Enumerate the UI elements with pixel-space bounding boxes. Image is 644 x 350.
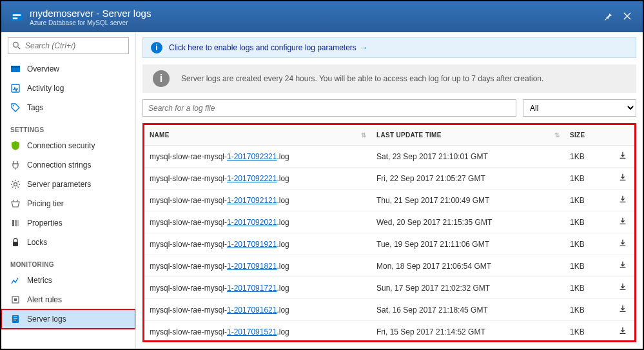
download-icon[interactable] <box>618 284 627 293</box>
sidebar-item-locks[interactable]: Locks <box>1 233 135 252</box>
log-name-cell: mysql-slow-rae-mysql-1-2017092121.log <box>144 190 371 211</box>
col-time[interactable]: LAST UPDATE TIME⇅ <box>371 125 565 146</box>
mysql-icon <box>10 10 23 23</box>
gear-icon <box>10 179 21 190</box>
sidebar-search-input[interactable] <box>25 41 124 50</box>
arrow-right-icon: → <box>360 43 368 52</box>
sidebar-item-label: Connection security <box>27 141 95 150</box>
info-strip-text: Server logs are created every 24 hours. … <box>181 74 543 83</box>
col-name[interactable]: NAME⇅ <box>144 125 371 146</box>
sidebar-item-pricing-tier[interactable]: Pricing tier <box>1 194 135 213</box>
log-size-cell: 1KB <box>565 277 611 299</box>
sidebar-item-label: Overview <box>27 64 59 73</box>
download-icon[interactable] <box>618 197 627 206</box>
section-monitoring: MONITORING <box>1 252 135 271</box>
log-time-cell: Sat, 16 Sep 2017 21:18:45 GMT <box>371 299 565 321</box>
log-filter-dropdown[interactable]: All <box>523 99 636 117</box>
sidebar: OverviewActivity logTags SETTINGS Connec… <box>1 32 136 349</box>
table-row: mysql-slow-rae-mysql-1-2017091721.logSun… <box>144 277 634 299</box>
main-panel: i Click here to enable logs and configur… <box>136 32 643 349</box>
metrics-icon <box>10 275 21 286</box>
log-link[interactable]: 1-2017092321 <box>227 152 277 161</box>
logs-icon <box>10 314 21 324</box>
log-link[interactable]: 1-2017091921 <box>227 240 277 249</box>
log-time-cell: Sun, 17 Sep 2017 21:02:32 GMT <box>371 277 565 299</box>
log-time-cell: Thu, 21 Sep 2017 21:00:49 GMT <box>371 190 565 211</box>
download-icon[interactable] <box>618 306 627 315</box>
table-row: mysql-slow-rae-mysql-1-2017092121.logThu… <box>144 190 634 211</box>
table-row: mysql-slow-rae-mysql-1-2017092021.logWed… <box>144 211 634 233</box>
log-time-cell: Sat, 23 Sep 2017 21:10:01 GMT <box>371 146 565 168</box>
log-time-cell: Mon, 18 Sep 2017 21:06:54 GMT <box>371 255 565 277</box>
table-row: mysql-slow-rae-mysql-1-2017091521.logFri… <box>144 321 634 343</box>
activity-icon <box>10 83 21 93</box>
log-size-cell: 1KB <box>565 146 611 168</box>
alert-icon <box>10 295 21 305</box>
svg-rect-1 <box>13 14 21 16</box>
close-icon[interactable] <box>621 12 634 22</box>
shield-icon <box>10 141 21 151</box>
overview-icon <box>10 64 21 74</box>
log-name-cell: mysql-slow-rae-mysql-1-2017091521.log <box>144 321 371 343</box>
log-link[interactable]: 1-2017091821 <box>227 262 277 271</box>
logs-table: NAME⇅ LAST UPDATE TIME⇅ SIZE mysql-slow-… <box>144 125 634 342</box>
enable-logs-notice[interactable]: i Click here to enable logs and configur… <box>142 37 636 58</box>
log-name-cell: mysql-slow-rae-mysql-1-2017091721.log <box>144 277 371 299</box>
download-icon[interactable] <box>618 262 627 271</box>
table-row: mysql-slow-rae-mysql-1-2017091821.logMon… <box>144 255 634 277</box>
sidebar-item-label: Alert rules <box>27 295 62 304</box>
plug-icon <box>10 160 21 170</box>
log-link[interactable]: 1-2017092121 <box>227 196 277 205</box>
sidebar-item-server-parameters[interactable]: Server parameters <box>1 175 135 194</box>
log-link[interactable]: 1-2017091721 <box>227 284 277 293</box>
sidebar-item-metrics[interactable]: Metrics <box>1 271 135 290</box>
log-link[interactable]: 1-2017092221 <box>227 174 277 183</box>
sidebar-item-label: Properties <box>27 219 63 228</box>
log-link[interactable]: 1-2017092021 <box>227 218 277 227</box>
blade-header: mydemoserver - Server logs Azure Databas… <box>1 1 643 32</box>
sidebar-item-activity-log[interactable]: Activity log <box>1 79 135 98</box>
log-size-cell: 1KB <box>565 168 611 190</box>
col-size[interactable]: SIZE <box>565 125 611 146</box>
pin-icon[interactable] <box>601 12 614 23</box>
info-icon: i <box>151 42 162 53</box>
col-download <box>611 125 634 146</box>
blade-title: mydemoserver - Server logs <box>30 8 595 19</box>
svg-rect-2 <box>13 17 18 19</box>
info-strip: i Server logs are created every 24 hours… <box>142 64 636 93</box>
sidebar-item-tags[interactable]: Tags <box>1 98 135 117</box>
sidebar-item-connection-security[interactable]: Connection security <box>1 136 135 155</box>
download-icon[interactable] <box>618 240 627 249</box>
log-size-cell: 1KB <box>565 321 611 343</box>
log-name-cell: mysql-slow-rae-mysql-1-2017092221.log <box>144 168 371 190</box>
log-search-input[interactable] <box>142 99 516 117</box>
log-size-cell: 1KB <box>565 255 611 277</box>
log-link[interactable]: 1-2017091621 <box>227 306 277 315</box>
download-icon[interactable] <box>618 175 627 184</box>
sidebar-item-label: Server logs <box>27 315 66 324</box>
sidebar-item-server-logs[interactable]: Server logs <box>1 309 135 329</box>
table-row: mysql-slow-rae-mysql-1-2017091621.logSat… <box>144 299 634 321</box>
download-icon[interactable] <box>618 328 627 337</box>
notice-text: Click here to enable logs and configure … <box>169 43 356 52</box>
sidebar-item-label: Activity log <box>27 84 64 93</box>
svg-rect-0 <box>11 13 23 21</box>
sidebar-item-properties[interactable]: Properties <box>1 213 135 233</box>
sidebar-item-alert-rules[interactable]: Alert rules <box>1 290 135 309</box>
log-time-cell: Fri, 22 Sep 2017 21:05:27 GMT <box>371 168 565 190</box>
pricing-icon <box>10 199 21 209</box>
sidebar-item-label: Metrics <box>27 276 52 285</box>
log-size-cell: 1KB <box>565 190 611 211</box>
sidebar-search[interactable] <box>8 37 129 54</box>
download-icon[interactable] <box>618 219 627 228</box>
log-size-cell: 1KB <box>565 299 611 321</box>
blade-subtitle: Azure Database for MySQL server <box>30 19 595 26</box>
log-link[interactable]: 1-2017091521 <box>227 327 277 336</box>
download-icon[interactable] <box>618 153 627 162</box>
log-name-cell: mysql-slow-rae-mysql-1-2017091821.log <box>144 255 371 277</box>
log-time-cell: Fri, 15 Sep 2017 21:14:52 GMT <box>371 321 565 343</box>
svg-point-3 <box>13 42 18 47</box>
section-settings: SETTINGS <box>1 117 135 136</box>
sidebar-item-connection-strings[interactable]: Connection strings <box>1 155 135 175</box>
sidebar-item-overview[interactable]: Overview <box>1 59 135 79</box>
